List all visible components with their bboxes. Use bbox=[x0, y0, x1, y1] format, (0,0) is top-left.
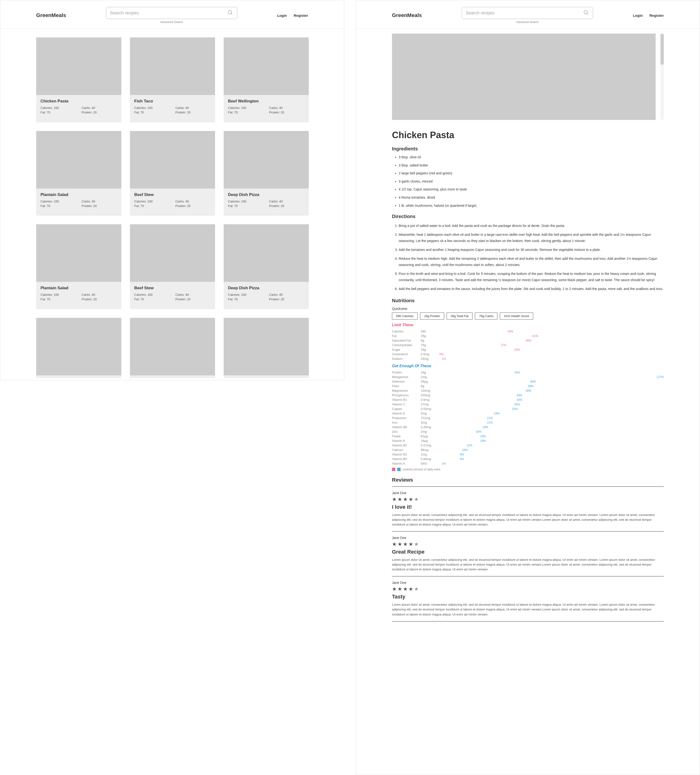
recipe-card[interactable]: Fish Taco Calories: 100 Carbs: 40 Fat: 7… bbox=[130, 37, 215, 122]
limit-these-heading: Limit These bbox=[392, 323, 664, 327]
quickview-pill: 76g Carbs bbox=[475, 313, 498, 319]
advanced-search-link[interactable]: Advanced Search bbox=[462, 20, 593, 24]
nutri-amount: 24mg bbox=[421, 357, 437, 361]
recipe-card-body: Deep Dish Pizza Calories: 100 Carbs: 40 … bbox=[224, 282, 309, 306]
nutritions-heading: Nutritions bbox=[392, 298, 664, 303]
nutri-row: Fat 26g 41% bbox=[392, 334, 664, 338]
search-box[interactable] bbox=[106, 7, 237, 19]
recipe-card[interactable]: Plantain Salad Calories: 100 Carbs: 40 F… bbox=[36, 224, 121, 309]
nutri-pct: 19% bbox=[483, 426, 488, 429]
login-link[interactable]: Login bbox=[633, 13, 643, 18]
search-input[interactable] bbox=[110, 10, 227, 16]
ingredient-item: 3 tbsp. salted butter bbox=[399, 163, 664, 168]
recipe-card[interactable]: Beef Stew Calories: 100 Carbs: 40 Fat: 7… bbox=[130, 131, 215, 216]
calories-label: Calories: 100 bbox=[40, 200, 76, 203]
recipe-card-body: Plantain Salad Calories: 100 Carbs: 40 F… bbox=[36, 188, 121, 213]
nutri-row: Vitamin A 54IU 1% bbox=[392, 462, 664, 465]
nutri-amount: 27mg bbox=[421, 402, 437, 406]
recipe-card-nutri: Calories: 100 Carbs: 40 Fat: 70 Protein:… bbox=[228, 106, 304, 114]
advanced-search-link[interactable]: Advanced Search bbox=[106, 20, 237, 24]
review-title: I love it! bbox=[392, 504, 664, 510]
nutri-bar-track: 39% bbox=[437, 384, 664, 388]
nutri-pct: 18% bbox=[480, 439, 486, 442]
nutri-amount: 28µg bbox=[421, 380, 437, 383]
nutri-name: Carbohydrates bbox=[392, 343, 421, 347]
register-link[interactable]: Register bbox=[649, 13, 664, 18]
recipe-card[interactable] bbox=[224, 318, 309, 378]
grid-wrap: Chicken Pasta Calories: 100 Carbs: 40 Fa… bbox=[0, 29, 344, 380]
nutri-bar-track: 34% bbox=[437, 394, 664, 397]
star-icon: ★ bbox=[414, 541, 420, 547]
carbs-label: Carbs: 40 bbox=[269, 293, 305, 296]
register-link[interactable]: Register bbox=[294, 13, 308, 18]
review-title: Tasty bbox=[392, 594, 664, 600]
header: GreenMeals Advanced Search Login Registe… bbox=[356, 0, 700, 26]
protein-label: Protein: 20 bbox=[82, 298, 117, 301]
nutri-name: Manganese bbox=[392, 375, 421, 379]
search-box[interactable] bbox=[462, 7, 593, 19]
reviews-list: Jane Doe ★★★★★ I love it! Lorem ipsum do… bbox=[392, 487, 664, 622]
recipe-card[interactable]: Chicken Pasta Calories: 100 Carbs: 40 Fa… bbox=[36, 37, 121, 122]
nutri-bar-track: 33% bbox=[437, 348, 664, 351]
hero-scrollbar[interactable] bbox=[660, 33, 664, 120]
brand-logo[interactable]: GreenMeals bbox=[36, 12, 66, 18]
recipe-card-title: Deep Dish Pizza bbox=[228, 286, 304, 291]
review-item: Jane Doe ★★★★★ Tasty Lorem ipsum dolor s… bbox=[392, 576, 664, 621]
nutri-row: Vitamin B1 0.5mg 34% bbox=[392, 398, 664, 402]
nutri-name: Potassium bbox=[392, 416, 421, 420]
nutri-pct: 127% bbox=[656, 375, 664, 379]
nutri-name: Folate bbox=[392, 434, 421, 438]
nutri-row: Manganese 2mg 127% bbox=[392, 375, 664, 379]
protein-label: Protein: 20 bbox=[82, 111, 117, 114]
nutri-bar-track: 33% bbox=[437, 371, 664, 374]
nutri-row: Phosphorus 335mg 34% bbox=[392, 393, 664, 397]
nutri-pct: 38% bbox=[526, 339, 531, 342]
fat-label: Fat: 70 bbox=[40, 111, 76, 114]
nutri-amount: 29g bbox=[421, 348, 437, 351]
recipe-card[interactable] bbox=[36, 318, 121, 378]
recipe-card[interactable]: Deep Dish Pizza Calories: 100 Carbs: 40 … bbox=[224, 224, 309, 309]
recipe-card-nutri: Calories: 100 Carbs: 40 Fat: 70 Protein:… bbox=[228, 200, 304, 208]
nutri-bar-track: 32% bbox=[437, 407, 664, 411]
search-input[interactable] bbox=[466, 10, 583, 16]
nutri-amount: 16µg bbox=[421, 439, 437, 442]
nutri-name: Saturated Fat bbox=[392, 339, 421, 342]
nutri-bar-track: 38% bbox=[437, 339, 664, 342]
recipe-card[interactable]: Deep Dish Pizza Calories: 100 Carbs: 40 … bbox=[224, 131, 309, 216]
scrollbar-thumb[interactable] bbox=[660, 33, 664, 65]
nutri-row: Folate 62µg 18% bbox=[392, 434, 664, 438]
fat-label: Fat: 70 bbox=[40, 298, 76, 301]
nutri-row: Protein 16g 33% bbox=[392, 371, 664, 374]
login-link[interactable]: Login bbox=[277, 13, 287, 18]
search-icon[interactable] bbox=[227, 10, 233, 16]
recipe-card[interactable]: Plantain Salad Calories: 100 Carbs: 40 F… bbox=[36, 131, 121, 216]
nutri-amount: 9g bbox=[421, 384, 437, 388]
svg-point-2 bbox=[584, 10, 587, 14]
nutri-bar-track: 21% bbox=[437, 421, 664, 424]
recipe-card[interactable]: Beef Wellington Calories: 100 Carbs: 40 … bbox=[224, 37, 309, 122]
nutri-amount: 98mg bbox=[421, 448, 437, 452]
reviews-section: Reviews Jane Doe ★★★★★ I love it! Lorem … bbox=[392, 477, 664, 622]
nutri-pct: 1% bbox=[441, 462, 446, 465]
nutri-row: Calcium 98mg 10% bbox=[392, 448, 664, 452]
fat-label: Fat: 70 bbox=[134, 204, 170, 208]
nutri-name: Calories bbox=[392, 329, 421, 333]
protein-label: Protein: 20 bbox=[176, 298, 211, 301]
search-icon[interactable] bbox=[583, 10, 589, 16]
nutri-pct: 34% bbox=[517, 394, 523, 397]
recipe-detail-screen: GreenMeals Advanced Search Login Registe… bbox=[356, 0, 700, 775]
direction-step: Pour in the broth and wine and bring to … bbox=[399, 271, 664, 283]
recipe-card-nutri: Calories: 100 Carbs: 40 Fat: 70 Protein:… bbox=[228, 293, 304, 301]
nutri-name: Vitamin A bbox=[392, 462, 421, 465]
quickview-pill: 26g Total Fat bbox=[446, 313, 473, 319]
nutri-name: Vitamin C bbox=[392, 402, 421, 406]
header: GreenMeals Advanced Search Login Registe… bbox=[0, 0, 344, 26]
brand-logo[interactable]: GreenMeals bbox=[392, 12, 422, 18]
recipe-card[interactable]: Beef Stew Calories: 100 Carbs: 40 Fat: 7… bbox=[130, 224, 215, 309]
recipe-card[interactable] bbox=[130, 318, 215, 378]
nutri-pct: 21% bbox=[487, 416, 493, 420]
quickview-pill: 16g Protein bbox=[420, 313, 444, 319]
calories-label: Calories: 100 bbox=[40, 293, 76, 296]
recipe-card-title: Plantain Salad bbox=[40, 192, 117, 197]
recipe-card-title: Beef Wellington bbox=[228, 99, 304, 104]
